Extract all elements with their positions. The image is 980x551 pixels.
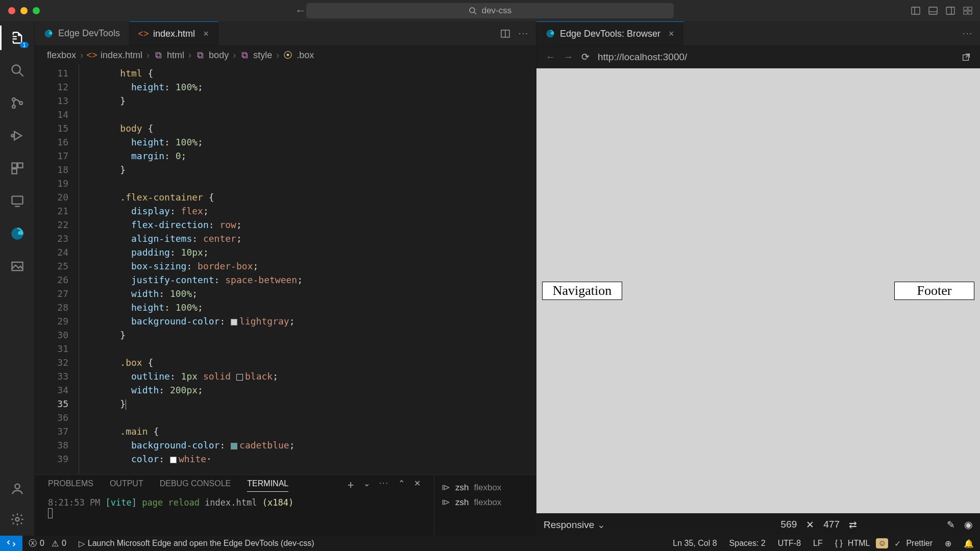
svg-point-27: [15, 518, 19, 521]
tab-problems[interactable]: PROBLEMS: [48, 479, 93, 491]
screencast-icon[interactable]: ✎: [947, 519, 955, 531]
layout-grid-icon[interactable]: [963, 6, 973, 16]
edge-tools-icon[interactable]: [9, 226, 26, 242]
viewport-height[interactable]: 477: [823, 519, 840, 530]
back-button[interactable]: ←: [295, 4, 306, 17]
more-icon[interactable]: ···: [519, 29, 529, 39]
status-language[interactable]: { }HTML: [829, 539, 876, 548]
svg-rect-19: [12, 163, 16, 168]
reload-icon[interactable]: ⟳: [581, 51, 590, 63]
activity-bar: 1: [0, 21, 35, 536]
code-content[interactable]: html { height: 100%; } body { height: 10…: [84, 64, 536, 474]
warning-icon: ⚠: [52, 539, 59, 548]
tab-debug-console[interactable]: DEBUG CONSOLE: [160, 479, 231, 491]
breadcrumb[interactable]: flexbox› <> index.html› ⧉ html› ⧉ body› …: [35, 46, 536, 64]
tag-icon: ⧉: [154, 51, 163, 60]
extensions-icon[interactable]: [9, 160, 26, 177]
viewport-width[interactable]: 569: [781, 519, 797, 530]
remote-indicator[interactable]: [0, 536, 22, 551]
status-encoding[interactable]: UTF-8: [772, 539, 807, 548]
maximize-panel-icon[interactable]: ⌃: [398, 479, 405, 492]
new-terminal-icon[interactable]: +: [348, 479, 354, 492]
status-bell-icon[interactable]: 🔔: [958, 539, 980, 548]
more-icon[interactable]: ···: [379, 479, 389, 492]
image-preview-icon[interactable]: [9, 258, 26, 274]
footer-box: Footer: [895, 282, 974, 299]
command-center[interactable]: dev-css: [306, 3, 674, 18]
search-icon[interactable]: [9, 62, 26, 79]
browser-toolbar: ← → ⟳ http://localhost:3000/: [536, 46, 980, 68]
editor-tabs: Edge DevTools <> index.html × ···: [35, 21, 536, 46]
svg-rect-2: [912, 7, 920, 14]
bc-body[interactable]: body: [209, 50, 229, 61]
shell-dir: flexbox: [474, 497, 501, 508]
settings-icon[interactable]: [9, 511, 26, 528]
panel-left-icon[interactable]: [911, 6, 921, 16]
browser-back-icon[interactable]: ←: [546, 52, 555, 63]
status-indent[interactable]: Spaces: 2: [723, 539, 772, 548]
close-icon[interactable]: ×: [669, 29, 674, 39]
explorer-badge: 1: [20, 42, 28, 48]
explorer-icon[interactable]: 1: [9, 30, 26, 46]
close-panel-icon[interactable]: ✕: [414, 479, 421, 492]
svg-rect-10: [964, 11, 967, 14]
terminal[interactable]: 8:21:53 PM [vite] page reload index.html…: [35, 495, 434, 536]
terminal-process[interactable]: ⧐ zsh flexbox: [434, 495, 536, 510]
tab-index-html[interactable]: <> index.html ×: [130, 21, 218, 45]
close-icon[interactable]: ×: [203, 29, 209, 39]
browser-forward-icon[interactable]: →: [564, 52, 573, 63]
launch-icon: ▷: [79, 539, 85, 548]
run-debug-icon[interactable]: [9, 128, 26, 144]
tab-output[interactable]: OUTPUT: [110, 479, 143, 491]
bc-html[interactable]: html: [167, 50, 184, 61]
maximize-window[interactable]: [33, 7, 40, 14]
svg-rect-20: [18, 163, 22, 168]
editor-group: Edge DevTools <> index.html × ··· flexbo…: [35, 21, 536, 536]
tab-edge-browser[interactable]: Edge DevTools: Browser ×: [536, 21, 683, 45]
emulation-options-icon[interactable]: ◉: [964, 519, 973, 531]
close-window[interactable]: [8, 7, 15, 14]
status-launch[interactable]: ▷ Launch Microsoft Edge and open the Edg…: [72, 539, 321, 548]
account-icon[interactable]: [9, 481, 26, 497]
status-errors[interactable]: ⓧ0 ⚠0: [22, 538, 72, 549]
svg-line-1: [474, 12, 476, 14]
code-editor[interactable]: 1112131415161718192021222324252627282930…: [35, 64, 536, 474]
shell-icon: ⧐: [442, 497, 450, 508]
terminal-dropdown-icon[interactable]: ⌄: [363, 479, 370, 492]
svg-point-15: [12, 105, 15, 108]
remote-explorer-icon[interactable]: [9, 193, 26, 209]
minimize-window[interactable]: [20, 7, 28, 14]
bc-file[interactable]: index.html: [101, 50, 142, 61]
bc-folder[interactable]: flexbox: [47, 50, 76, 61]
rotate-icon[interactable]: ⇄: [849, 519, 857, 531]
status-feedback-icon[interactable]: ⊕: [939, 539, 958, 548]
open-external-icon[interactable]: [962, 53, 971, 62]
status-prettier[interactable]: ✓Prettier: [888, 539, 939, 548]
shell-name: zsh: [455, 483, 469, 493]
class-icon: ⦿: [283, 51, 292, 60]
status-cursor[interactable]: Ln 35, Col 8: [667, 539, 723, 548]
dimension-sep: ✕: [806, 519, 814, 531]
bc-style[interactable]: style: [253, 50, 272, 61]
more-icon[interactable]: ···: [963, 29, 973, 39]
term-tag: [vite]: [106, 497, 137, 508]
panel-tabs: PROBLEMS OUTPUT DEBUG CONSOLE TERMINAL +…: [35, 475, 434, 495]
status-eol[interactable]: LF: [807, 539, 829, 548]
shell-icon: ⧐: [442, 482, 450, 493]
terminal-process[interactable]: ⧐ zsh flexbox: [434, 480, 536, 495]
error-icon: ⓧ: [29, 538, 37, 549]
url-text[interactable]: http://localhost:3000/: [598, 52, 687, 63]
split-editor-icon[interactable]: [500, 29, 510, 39]
panel-bottom-icon[interactable]: [928, 6, 938, 16]
edge-icon: [44, 29, 53, 38]
bc-box[interactable]: .box: [297, 50, 314, 61]
panel-right-icon[interactable]: [945, 6, 955, 16]
status-copilot-icon[interactable]: ☺: [876, 538, 888, 548]
source-control-icon[interactable]: [9, 95, 26, 111]
window-controls: [0, 7, 40, 14]
tab-terminal[interactable]: TERMINAL: [247, 479, 288, 492]
preview-tabs: Edge DevTools: Browser × ···: [536, 21, 980, 46]
device-select[interactable]: Responsive: [544, 519, 605, 531]
line-gutter: 1112131415161718192021222324252627282930…: [35, 64, 76, 474]
tab-edge-devtools[interactable]: Edge DevTools: [35, 21, 130, 45]
